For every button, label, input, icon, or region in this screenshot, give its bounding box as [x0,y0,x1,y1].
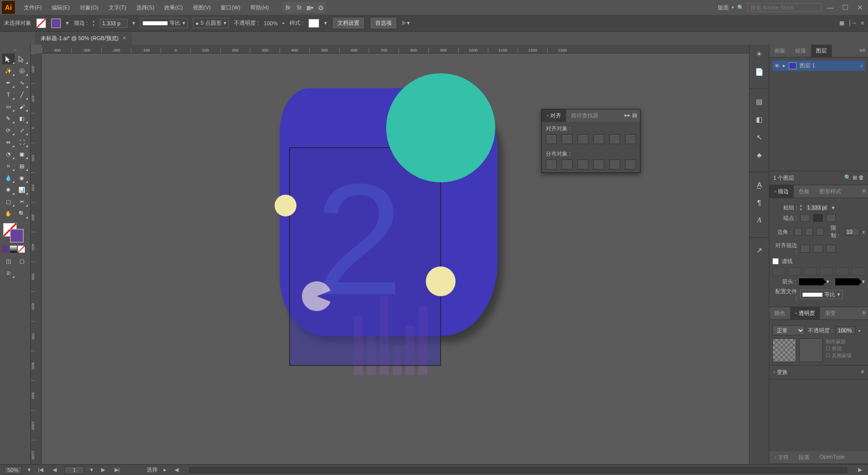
align-hcenter[interactable] [562,134,573,144]
stroke-weight-input[interactable] [100,19,127,28]
dist-top[interactable] [546,159,557,169]
fill-stroke-swatches[interactable] [2,223,28,243]
align-quick-icon[interactable]: ⊩▾ [402,20,410,26]
tab-transparency[interactable]: ◦ 透明度 [790,307,820,319]
page-icon[interactable]: 📄 [754,66,765,77]
ctrl-icon-2[interactable]: ┆→ [848,20,857,26]
tab-stroke[interactable]: ◦ 描边 [769,185,794,198]
visibility-icon[interactable]: 👁 [774,63,780,69]
stroke-profile-select[interactable]: 等比▾ [800,290,843,299]
dist-vcenter[interactable] [562,159,573,169]
join-round[interactable] [805,228,813,236]
curvature-tool[interactable]: ∿ [16,77,29,88]
blend-mode-select[interactable]: 正常 [772,325,805,335]
sun-icon[interactable]: ☀ [754,49,765,59]
ctrl-icon-1[interactable]: ▦ [839,20,844,26]
artboard-1[interactable]: 2 [289,148,441,366]
graph-tool[interactable]: 📊 [16,184,29,195]
brush-def[interactable]: ●5 点圆形▾ [193,18,229,28]
blend-tool[interactable]: ◉ [16,172,29,183]
menu-object[interactable]: 对象(O) [76,1,103,14]
rotate-tool[interactable]: ⟳ [2,125,15,136]
panel-icon-2[interactable]: ◧ [754,114,765,125]
maximize-button[interactable]: ☐ [839,3,851,12]
dist-right[interactable] [625,159,636,169]
close-button[interactable]: ✕ [854,3,866,12]
symbol-spray-tool[interactable]: ✺ [2,184,15,195]
opacity-input[interactable] [836,326,856,334]
lasso-tool[interactable]: ⓞ [16,65,29,76]
tab-color[interactable]: 颜色 [769,307,790,319]
mini-swatch-2[interactable] [10,246,17,253]
panel-collapse-icon[interactable]: ▸▸ [625,112,631,118]
artboard-number[interactable]: 1 [64,466,84,474]
menu-file[interactable]: 文件(F) [20,1,46,14]
shape-builder-tool[interactable]: ◔ [2,149,15,159]
menu-effect[interactable]: 效果(C) [160,1,186,14]
eyedropper-tool[interactable]: 💧 [2,172,15,183]
shape-circle-teal[interactable] [386,73,495,182]
gradient-tool[interactable]: ▤ [16,160,29,171]
join-miter[interactable] [794,228,802,236]
miter-limit-input[interactable] [845,228,860,236]
menu-view[interactable]: 视图(V) [189,1,215,14]
align-panel[interactable]: ◦ 对齐 路径查找器 ▸▸ ▤ 对齐对象 : 分布对象 : [541,109,640,173]
canvas[interactable]: -400-300-200-100010020030040050060070080… [31,45,749,464]
menu-type[interactable]: 文字(T) [105,1,130,14]
menu-edit[interactable]: 编辑(E) [48,1,74,14]
dist-bottom[interactable] [578,159,588,169]
dist-left[interactable] [593,159,604,169]
stock-icon[interactable]: St [293,2,304,13]
shapes-icon[interactable]: ♣ [754,150,765,160]
doc-tab[interactable]: 未标题-1.ai* @ 50% (RGB/预览) × [35,32,132,45]
mini-swatch-1[interactable] [2,246,9,253]
prev-artboard[interactable]: ◀ [51,467,58,473]
workspace-switcher[interactable]: 版面 [718,4,729,11]
artboard-tool[interactable]: ▢ [2,196,15,207]
type-tool[interactable]: T [2,89,15,100]
align-vcenter[interactable] [609,134,620,144]
tab-artboards[interactable]: 画板 [769,45,790,57]
hand-tool[interactable]: ✋ [2,208,15,219]
pen-tool[interactable]: ✒ [2,77,15,88]
draw-mode[interactable]: ◫ [2,256,15,266]
free-transform-tool[interactable]: ⛶ [16,137,29,148]
h-scrollbar[interactable] [189,467,847,473]
panel-menu-icon[interactable]: ▤ [632,112,637,118]
search-stock-input[interactable] [747,3,821,12]
cap-proj[interactable] [826,214,836,222]
ctrl-icon-3[interactable]: ≡ [861,20,864,26]
eraser-tool[interactable]: ◧ [16,113,29,124]
mesh-tool[interactable]: ⌗ [2,160,15,171]
tab-para[interactable]: 段落 [794,451,814,464]
menu-select[interactable]: 选择(S) [132,1,159,14]
stroke-swatch[interactable] [51,18,61,28]
first-artboard[interactable]: |◀ [37,467,45,473]
glyph-icon[interactable]: ¶ [754,197,765,208]
rectangle-tool[interactable]: ▭ [2,101,15,112]
perspective-tool[interactable]: ▣ [16,149,29,159]
magic-wand-tool[interactable]: ✨ [2,65,15,76]
zoom-level[interactable]: 50% [4,466,22,474]
align-stroke-inside[interactable] [813,245,823,253]
next-artboard[interactable]: ▶ [99,467,107,473]
prefs-button[interactable]: 首选项 [370,17,397,29]
tab-layers[interactable]: 图层 [811,45,832,57]
shaper-tool[interactable]: ✎ [2,113,15,124]
scale-tool[interactable]: ⤢ [16,125,29,136]
tab-opentype[interactable]: OpenType [814,451,850,464]
panel-icon-1[interactable]: ▤ [754,96,765,107]
align-left[interactable] [546,134,557,144]
menu-window[interactable]: 窗口(W) [217,1,244,14]
export-icon[interactable]: ↗ [754,245,765,256]
stroke-profile[interactable]: 等比▾ [140,18,188,28]
direct-select-tool[interactable] [16,53,29,64]
type-A-icon[interactable]: A [754,215,765,226]
align-top[interactable] [593,134,604,144]
close-tab-icon[interactable]: × [122,35,126,42]
tab-graphic-styles[interactable]: 图形样式 [814,185,846,198]
join-bevel[interactable] [816,228,824,236]
tab-pathfinder[interactable]: 路径查找器 [566,109,603,122]
tab-char[interactable]: ◦ 字符 [769,451,794,464]
last-artboard[interactable]: ▶| [113,467,121,473]
